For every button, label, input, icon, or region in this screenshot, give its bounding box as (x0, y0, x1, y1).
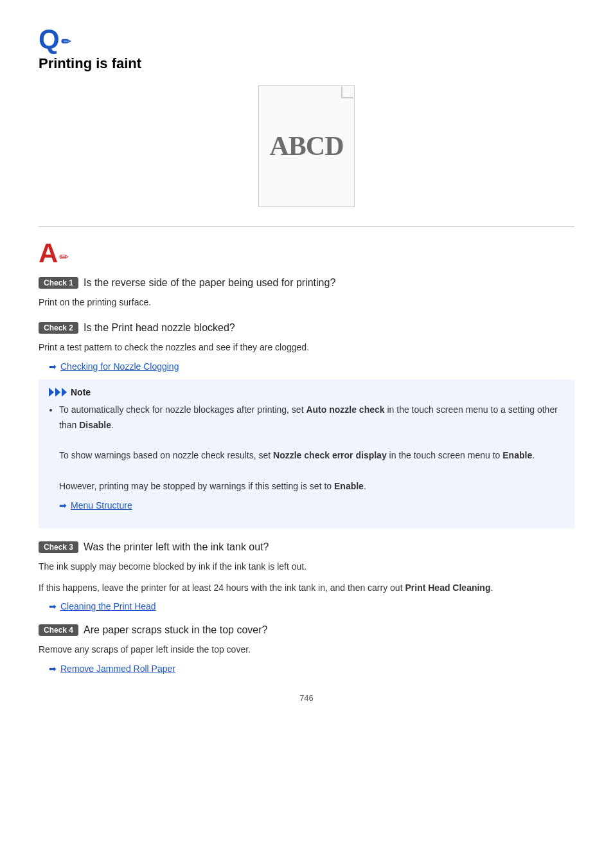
check1-badge: Check 1 (39, 277, 78, 289)
note-text2: To show warnings based on nozzle check r… (59, 450, 535, 460)
note-body: To automatically check for nozzle blocka… (49, 402, 564, 514)
note-text1: To automatically check for nozzle blocka… (59, 404, 558, 430)
note-menu-structure-link[interactable]: Menu Structure (71, 498, 132, 514)
check2-question: Is the Print head nozzle blocked? (84, 322, 235, 334)
a-letter: A (39, 240, 58, 267)
question-section: Q✏ Printing is faint (39, 26, 574, 72)
a-pencil-icon: ✏ (59, 250, 69, 264)
check2-badge: Check 2 (39, 322, 78, 334)
check4-arrow-icon: ➡ (49, 664, 57, 674)
check1-block: Check 1 Is the reverse side of the paper… (39, 277, 574, 309)
note-link-row: ➡ Menu Structure (59, 498, 564, 514)
check2-link1[interactable]: Checking for Nozzle Clogging (60, 361, 179, 372)
check3-arrow-icon: ➡ (49, 601, 57, 611)
paper-sample-text: ABCD (269, 131, 343, 161)
q-icon: Q✏ (39, 26, 574, 53)
check2-row: Check 2 Is the Print head nozzle blocked… (39, 322, 574, 334)
note-box: Note To automatically check for nozzle b… (39, 379, 574, 529)
check4-badge: Check 4 (39, 624, 78, 636)
check2-body: Print a test pattern to check the nozzle… (39, 340, 574, 354)
answer-section: A✏ Check 1 Is the reverse side of the pa… (39, 240, 574, 674)
check3-link1[interactable]: Cleaning the Print Head (60, 601, 156, 611)
check1-body: Print on the printing surface. (39, 295, 574, 309)
check2-block: Check 2 Is the Print head nozzle blocked… (39, 322, 574, 529)
q-letter: Q (39, 26, 60, 53)
note-header: Note (49, 387, 564, 397)
note-text3: However, printing may be stopped by warn… (59, 481, 366, 491)
chevron1-icon (49, 388, 54, 397)
note-label: Note (71, 387, 91, 397)
paper-image: ABCD (258, 85, 355, 207)
check1-question: Is the reverse side of the paper being u… (84, 277, 335, 289)
section-divider (39, 226, 574, 227)
check4-row: Check 4 Are paper scraps stuck in the to… (39, 624, 574, 636)
a-icon: A✏ (39, 240, 574, 267)
check3-row: Check 3 Was the printer left with the in… (39, 541, 574, 553)
check4-link1[interactable]: Remove Jammed Roll Paper (60, 664, 175, 674)
check1-row: Check 1 Is the reverse side of the paper… (39, 277, 574, 289)
check3-body2: If this happens, leave the printer for a… (39, 581, 574, 595)
check3-badge: Check 3 (39, 541, 78, 553)
note-icon (49, 388, 67, 397)
q-pencil-icon: ✏ (61, 36, 71, 48)
check4-question: Are paper scraps stuck in the top cover? (84, 624, 267, 636)
check4-body: Remove any scraps of paper left inside t… (39, 642, 574, 656)
page-title: Printing is faint (39, 55, 574, 72)
arrow-icon: ➡ (49, 361, 57, 372)
check2-link1-row: ➡ Checking for Nozzle Clogging (49, 361, 574, 372)
page-number: 746 (39, 693, 574, 703)
chevron3-icon (62, 388, 67, 397)
check3-link1-row: ➡ Cleaning the Print Head (49, 601, 574, 611)
check3-body: The ink supply may become blocked by ink… (39, 559, 574, 574)
check3-question: Was the printer left with the ink tank o… (84, 541, 269, 553)
check4-link1-row: ➡ Remove Jammed Roll Paper (49, 664, 574, 674)
check3-block: Check 3 Was the printer left with the in… (39, 541, 574, 611)
faint-print-image-container: ABCD (39, 85, 574, 207)
note-arrow-icon: ➡ (59, 498, 67, 514)
check4-block: Check 4 Are paper scraps stuck in the to… (39, 624, 574, 673)
chevron2-icon (55, 388, 60, 397)
